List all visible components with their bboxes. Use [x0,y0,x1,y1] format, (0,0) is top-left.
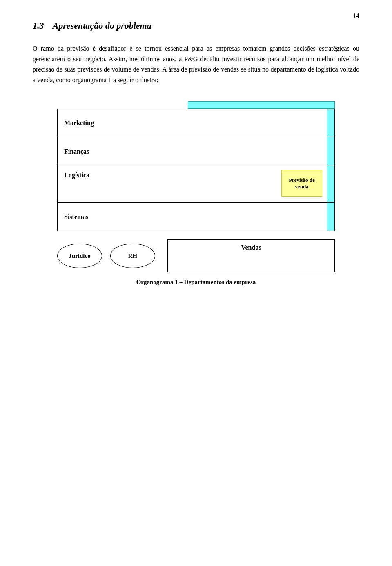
section-number: 1.3 [33,20,44,31]
cyan-side-bar-logistica [327,166,334,202]
dept-box-financas: Finanças [57,137,335,166]
dept-box-logistica: Logística Previsão de venda [57,166,335,203]
dept-box-sistemas: Sistemas [57,203,335,231]
section-heading: 1.3 Apresentação do problema [33,20,359,31]
dept-box-vendas: Vendas [167,239,335,272]
body-paragraph-1: O ramo da previsão é desafiador e se tor… [33,43,359,85]
dept-circle-rh: RH [110,244,155,268]
previsao-box: Previsão de venda [281,170,322,197]
cyan-side-bar-marketing [327,109,334,137]
organogram: Marketing Finanças Logística Previsão de… [33,101,359,286]
cyan-side-bar-financas [327,137,334,166]
org-bottom-row: Jurídico RH Vendas [57,239,335,272]
dept-circle-juridico: Jurídico [57,244,102,268]
organogram-caption: Organograma 1 – Departamentos da empresa [136,279,256,286]
top-cyan-bar [188,101,335,109]
org-wrapper: Marketing Finanças Logística Previsão de… [57,101,335,272]
cyan-side-bar-sistemas [327,203,334,231]
section-title: Apresentação do problema [53,20,151,31]
page-number: 14 [353,12,359,20]
dept-box-marketing: Marketing [57,109,335,137]
